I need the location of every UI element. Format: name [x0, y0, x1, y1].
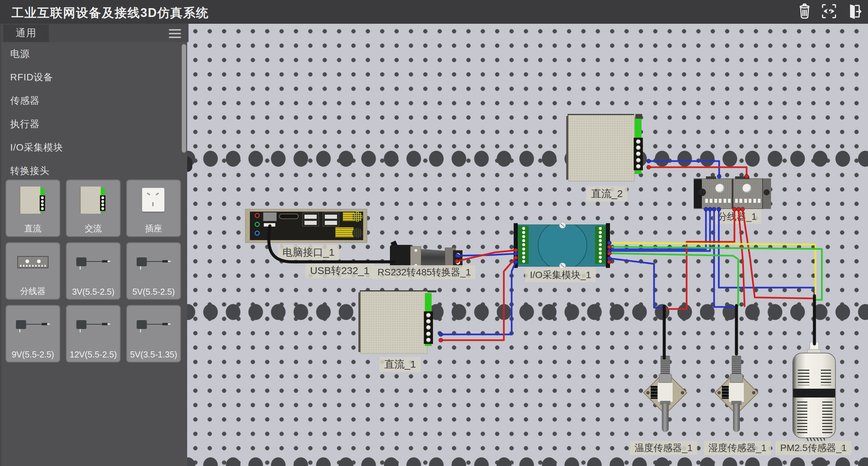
pegboard-hole-row	[187, 150, 868, 167]
adapter-thumbnail-icon	[126, 247, 181, 281]
terminal-block[interactable]	[634, 138, 643, 170]
device-card-label: 分线器	[6, 286, 60, 297]
terminal-strip-left[interactable]	[518, 226, 529, 264]
adapter-thumbnail-icon	[126, 310, 181, 344]
device-label: 湿度传感器_1	[704, 441, 771, 455]
audio-jack-red	[255, 213, 260, 218]
exit-button[interactable]	[844, 2, 863, 22]
wire-red[interactable]	[649, 167, 747, 176]
device-temperature-sensor[interactable]	[643, 353, 688, 434]
device-card-4[interactable]: 3V(5.5-2.5)	[66, 242, 121, 300]
device-label: PM2.5传感器_1	[775, 441, 851, 455]
app-title: 工业互联网设备及接线3D仿真系统	[12, 5, 209, 21]
round-vent	[352, 212, 362, 222]
view-reset-button[interactable]	[819, 2, 839, 22]
device-label: 直流_1	[379, 357, 420, 372]
usb-ports	[302, 212, 319, 227]
device-label: 温度传感器_1	[630, 441, 697, 455]
usb-ports	[322, 212, 339, 227]
exit-icon	[844, 2, 863, 22]
device-label: 分线器_1	[713, 210, 761, 224]
adapter-thumbnail-icon	[6, 310, 60, 344]
terminal-strip-right[interactable]	[595, 226, 605, 264]
audio-jack-blue	[255, 231, 260, 236]
wire-blue[interactable]	[610, 258, 664, 308]
terminal-block[interactable]	[424, 311, 433, 344]
sidebar-category-1[interactable]: RFID设备	[1, 65, 183, 89]
toolbar	[795, 2, 863, 22]
device-card-7[interactable]: 12V(5.5-2.5)	[66, 305, 121, 363]
device-card-label: 12V(5.5-2.5)	[66, 350, 120, 360]
sidebar-category-3[interactable]: 执行器	[1, 112, 183, 136]
device-label: 直流_2	[586, 186, 627, 201]
round-vent	[352, 228, 362, 238]
pegboard-hole-row	[187, 304, 868, 321]
device-label: I/O采集模块_1	[525, 268, 596, 282]
device-card-2[interactable]: 插座	[126, 179, 181, 237]
category-list: 电源RFID设备传感器执行器I/O采集模块转换接头	[1, 42, 183, 182]
wire-blue[interactable]	[714, 209, 736, 307]
sidebar-category-4[interactable]: I/O采集模块	[1, 136, 183, 159]
view-eye-icon	[820, 2, 838, 22]
device-dc-power-1[interactable]	[358, 290, 437, 355]
usb-plug	[263, 212, 277, 221]
delete-button[interactable]	[795, 2, 814, 22]
socket-thumbnail-icon	[126, 185, 181, 218]
device-card-label: 5V(3.5-1.35)	[126, 350, 181, 360]
device-library-panel: 通用 电源RFID设备传感器执行器I/O采集模块转换接头 直流交流插座分线器3V…	[0, 24, 187, 466]
device-io-module[interactable]	[514, 222, 610, 269]
terminal-row[interactable]	[735, 199, 762, 203]
sidebar-category-5[interactable]: 转换接头	[1, 159, 183, 182]
pegboard-hole-row	[187, 457, 868, 466]
device-card-6[interactable]: 9V(5.5-2.5)	[5, 305, 60, 363]
device-card-5[interactable]: 5V(5.5-2.5)	[126, 242, 181, 300]
device-humidity-sensor[interactable]	[714, 353, 760, 434]
tab-general[interactable]: 通用	[3, 24, 49, 42]
audio-jack-green	[255, 222, 260, 227]
adapter-thumbnail-icon	[66, 247, 120, 281]
device-splitter[interactable]	[694, 178, 771, 210]
wire-red[interactable]	[664, 209, 734, 309]
device-card-0[interactable]: 直流	[5, 179, 60, 237]
device-label: RS232转485转换器_1	[373, 265, 475, 279]
device-card-label: 5V(5.5-2.5)	[126, 287, 181, 297]
device-computer-interface[interactable]	[245, 209, 367, 243]
tab-bar: 通用	[1, 24, 189, 42]
psu-thumbnail-icon	[66, 185, 120, 218]
trash-icon	[795, 2, 814, 22]
device-pm25-sensor[interactable]	[792, 342, 836, 444]
device-card-1[interactable]: 交流	[66, 179, 121, 237]
sidebar-category-2[interactable]: 传感器	[1, 89, 183, 112]
device-label: USB转232_1	[305, 263, 374, 278]
device-card-8[interactable]: 5V(3.5-1.35)	[126, 305, 181, 363]
splitter-thumbnail-icon	[6, 247, 60, 281]
device-card-grid: 直流交流插座分线器3V(5.5-2.5)5V(5.5-2.5)9V(5.5-2.…	[5, 179, 182, 363]
device-card-label: 3V(5.5-2.5)	[66, 287, 120, 297]
simulation-canvas[interactable]: 直流_2 电脑接口_1 USB转232_1 RS232转485转换器_1 I/O…	[187, 24, 868, 466]
device-card-3[interactable]: 分线器	[5, 242, 60, 300]
wire-blue[interactable]	[610, 209, 710, 251]
hamburger-icon[interactable]	[169, 29, 181, 38]
device-card-label: 插座	[126, 223, 181, 234]
terminal-block[interactable]	[453, 250, 462, 267]
top-bar: 工业互联网设备及接线3D仿真系统	[0, 0, 868, 24]
device-card-label: 交流	[66, 223, 120, 234]
device-dc-power-2[interactable]	[566, 114, 645, 184]
psu-thumbnail-icon	[6, 185, 60, 218]
device-label: 电脑接口_1	[278, 245, 339, 260]
terminal-row[interactable]	[705, 199, 732, 203]
sidebar-scrollbar[interactable]	[182, 44, 186, 153]
device-card-label: 直流	[6, 223, 60, 234]
adapter-thumbnail-icon	[66, 310, 120, 344]
sidebar-category-0[interactable]: 电源	[1, 42, 183, 65]
device-card-label: 9V(5.5-2.5)	[6, 350, 60, 360]
